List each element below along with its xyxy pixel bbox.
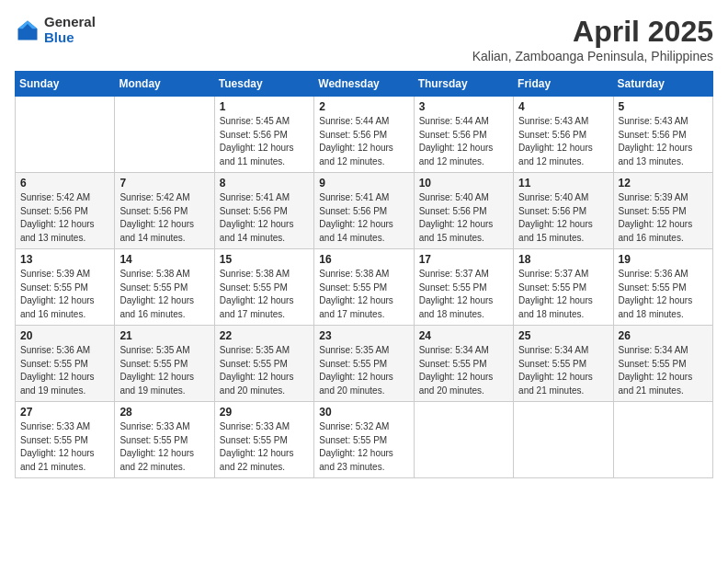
day-number: 9: [319, 177, 408, 190]
logo-general-text: General: [44, 15, 96, 30]
day-info: Sunrise: 5:35 AM Sunset: 5:55 PM Dayligh…: [220, 344, 309, 397]
day-number: 25: [518, 329, 608, 342]
day-info: Sunrise: 5:38 AM Sunset: 5:55 PM Dayligh…: [220, 268, 309, 321]
calendar-cell: 5Sunrise: 5:43 AM Sunset: 5:56 PM Daylig…: [613, 97, 712, 173]
calendar-cell: 8Sunrise: 5:41 AM Sunset: 5:56 PM Daylig…: [214, 173, 313, 249]
calendar-table: SundayMondayTuesdayWednesdayThursdayFrid…: [15, 71, 713, 478]
day-number: 2: [319, 100, 408, 113]
calendar-cell: [16, 97, 115, 173]
day-info: Sunrise: 5:39 AM Sunset: 5:55 PM Dayligh…: [619, 191, 708, 245]
day-number: 6: [20, 177, 109, 190]
day-info: Sunrise: 5:44 AM Sunset: 5:56 PM Dayligh…: [319, 115, 408, 168]
day-info: Sunrise: 5:34 AM Sunset: 5:55 PM Dayligh…: [419, 344, 508, 397]
calendar-cell: 3Sunrise: 5:44 AM Sunset: 5:56 PM Daylig…: [414, 97, 513, 173]
weekday-header-thursday: Thursday: [414, 72, 513, 97]
day-number: 27: [20, 406, 109, 419]
day-info: Sunrise: 5:41 AM Sunset: 5:56 PM Dayligh…: [319, 191, 408, 245]
day-number: 28: [119, 406, 209, 419]
calendar-cell: 24Sunrise: 5:34 AM Sunset: 5:55 PM Dayli…: [414, 326, 513, 402]
weekday-header-friday: Friday: [514, 72, 613, 97]
day-number: 12: [619, 177, 708, 190]
calendar-cell: 9Sunrise: 5:41 AM Sunset: 5:56 PM Daylig…: [314, 173, 414, 249]
weekday-header-monday: Monday: [115, 72, 214, 97]
calendar-cell: 12Sunrise: 5:39 AM Sunset: 5:55 PM Dayli…: [613, 173, 712, 249]
calendar-title: April 2025: [472, 15, 713, 49]
title-block: April 2025 Kalian, Zamboanga Peninsula, …: [472, 15, 713, 63]
day-number: 23: [319, 329, 408, 342]
calendar-cell: 16Sunrise: 5:38 AM Sunset: 5:55 PM Dayli…: [314, 249, 414, 326]
day-info: Sunrise: 5:42 AM Sunset: 5:56 PM Dayligh…: [119, 191, 209, 245]
day-number: 8: [220, 177, 309, 190]
day-info: Sunrise: 5:37 AM Sunset: 5:55 PM Dayligh…: [419, 268, 508, 321]
calendar-cell: 10Sunrise: 5:40 AM Sunset: 5:56 PM Dayli…: [414, 173, 513, 249]
day-info: Sunrise: 5:45 AM Sunset: 5:56 PM Dayligh…: [220, 115, 309, 168]
day-info: Sunrise: 5:44 AM Sunset: 5:56 PM Dayligh…: [419, 115, 508, 168]
calendar-cell: 21Sunrise: 5:35 AM Sunset: 5:55 PM Dayli…: [115, 326, 214, 402]
calendar-cell: 23Sunrise: 5:35 AM Sunset: 5:55 PM Dayli…: [314, 326, 414, 402]
calendar-cell: 26Sunrise: 5:34 AM Sunset: 5:55 PM Dayli…: [613, 326, 712, 402]
day-info: Sunrise: 5:32 AM Sunset: 5:55 PM Dayligh…: [319, 420, 408, 474]
day-number: 29: [220, 406, 309, 419]
calendar-cell: [414, 402, 513, 478]
day-number: 14: [119, 253, 209, 266]
day-info: Sunrise: 5:35 AM Sunset: 5:55 PM Dayligh…: [319, 344, 408, 397]
calendar-subtitle: Kalian, Zamboanga Peninsula, Philippines: [472, 49, 713, 63]
day-number: 16: [319, 253, 408, 266]
calendar-cell: 14Sunrise: 5:38 AM Sunset: 5:55 PM Dayli…: [115, 249, 214, 326]
day-info: Sunrise: 5:40 AM Sunset: 5:56 PM Dayligh…: [518, 191, 608, 245]
calendar-cell: 15Sunrise: 5:38 AM Sunset: 5:55 PM Dayli…: [214, 249, 313, 326]
calendar-cell: 6Sunrise: 5:42 AM Sunset: 5:56 PM Daylig…: [16, 173, 115, 249]
weekday-header-saturday: Saturday: [613, 72, 712, 97]
day-number: 26: [619, 329, 708, 342]
calendar-cell: 28Sunrise: 5:33 AM Sunset: 5:55 PM Dayli…: [115, 402, 214, 478]
day-number: 20: [20, 329, 109, 342]
logo-blue-text: Blue: [44, 30, 96, 46]
weekday-header-wednesday: Wednesday: [314, 72, 414, 97]
day-info: Sunrise: 5:34 AM Sunset: 5:55 PM Dayligh…: [518, 344, 608, 397]
calendar-cell: 17Sunrise: 5:37 AM Sunset: 5:55 PM Dayli…: [414, 249, 513, 326]
day-info: Sunrise: 5:40 AM Sunset: 5:56 PM Dayligh…: [419, 191, 508, 245]
day-number: 3: [419, 100, 508, 113]
calendar-cell: [613, 402, 712, 478]
week-row-3: 13Sunrise: 5:39 AM Sunset: 5:55 PM Dayli…: [16, 249, 713, 326]
day-number: 1: [220, 100, 309, 113]
week-row-5: 27Sunrise: 5:33 AM Sunset: 5:55 PM Dayli…: [16, 402, 713, 478]
day-info: Sunrise: 5:34 AM Sunset: 5:55 PM Dayligh…: [619, 344, 708, 397]
day-number: 7: [119, 177, 209, 190]
logo-text: General Blue: [44, 15, 96, 45]
day-number: 24: [419, 329, 508, 342]
logo: General Blue: [15, 15, 96, 45]
calendar-cell: 1Sunrise: 5:45 AM Sunset: 5:56 PM Daylig…: [214, 97, 313, 173]
week-row-4: 20Sunrise: 5:36 AM Sunset: 5:55 PM Dayli…: [16, 326, 713, 402]
day-info: Sunrise: 5:43 AM Sunset: 5:56 PM Dayligh…: [619, 115, 708, 168]
day-number: 11: [518, 177, 608, 190]
weekday-header-tuesday: Tuesday: [214, 72, 313, 97]
calendar-cell: 7Sunrise: 5:42 AM Sunset: 5:56 PM Daylig…: [115, 173, 214, 249]
day-info: Sunrise: 5:33 AM Sunset: 5:55 PM Dayligh…: [220, 420, 309, 474]
page-header: General Blue April 2025 Kalian, Zamboang…: [15, 15, 713, 63]
day-number: 19: [619, 253, 708, 266]
day-info: Sunrise: 5:39 AM Sunset: 5:55 PM Dayligh…: [20, 268, 109, 321]
week-row-2: 6Sunrise: 5:42 AM Sunset: 5:56 PM Daylig…: [16, 173, 713, 249]
weekday-header-sunday: Sunday: [16, 72, 115, 97]
day-number: 10: [419, 177, 508, 190]
calendar-cell: 18Sunrise: 5:37 AM Sunset: 5:55 PM Dayli…: [514, 249, 613, 326]
day-number: 15: [220, 253, 309, 266]
calendar-cell: 20Sunrise: 5:36 AM Sunset: 5:55 PM Dayli…: [16, 326, 115, 402]
calendar-cell: 22Sunrise: 5:35 AM Sunset: 5:55 PM Dayli…: [214, 326, 313, 402]
day-info: Sunrise: 5:41 AM Sunset: 5:56 PM Dayligh…: [220, 191, 309, 245]
calendar-cell: 25Sunrise: 5:34 AM Sunset: 5:55 PM Dayli…: [514, 326, 613, 402]
day-info: Sunrise: 5:33 AM Sunset: 5:55 PM Dayligh…: [119, 420, 209, 474]
day-info: Sunrise: 5:42 AM Sunset: 5:56 PM Dayligh…: [20, 191, 109, 245]
day-info: Sunrise: 5:33 AM Sunset: 5:55 PM Dayligh…: [20, 420, 109, 474]
calendar-cell: 13Sunrise: 5:39 AM Sunset: 5:55 PM Dayli…: [16, 249, 115, 326]
day-number: 18: [518, 253, 608, 266]
calendar-cell: [514, 402, 613, 478]
calendar-cell: 2Sunrise: 5:44 AM Sunset: 5:56 PM Daylig…: [314, 97, 414, 173]
calendar-cell: 27Sunrise: 5:33 AM Sunset: 5:55 PM Dayli…: [16, 402, 115, 478]
day-number: 30: [319, 406, 408, 419]
day-info: Sunrise: 5:37 AM Sunset: 5:55 PM Dayligh…: [518, 268, 608, 321]
calendar-cell: 29Sunrise: 5:33 AM Sunset: 5:55 PM Dayli…: [214, 402, 313, 478]
day-info: Sunrise: 5:43 AM Sunset: 5:56 PM Dayligh…: [518, 115, 608, 168]
calendar-cell: [115, 97, 214, 173]
